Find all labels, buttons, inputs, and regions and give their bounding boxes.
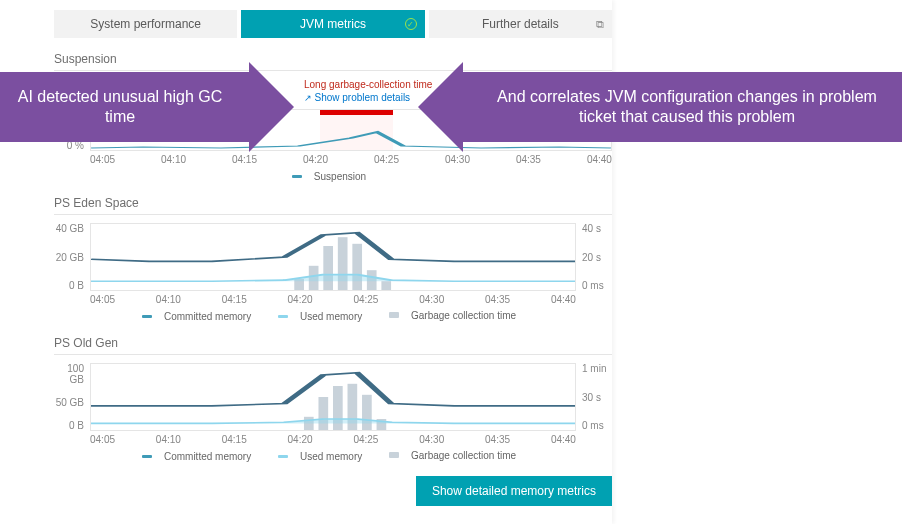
callout-text: AI detected unusual high GC time: [12, 87, 228, 127]
x-tick: 04:25: [353, 294, 378, 305]
tab-label: JVM metrics: [300, 17, 366, 31]
x-tick: 04:15: [222, 294, 247, 305]
y-tick: 20 GB: [54, 252, 84, 263]
x-tick: 04:10: [156, 294, 181, 305]
line-icon: [142, 455, 152, 458]
legend-label: Committed memory: [164, 311, 251, 322]
section-title-eden: PS Eden Space: [54, 196, 612, 210]
x-axis: 04:05 04:10 04:15 04:20 04:25 04:30 04:3…: [90, 154, 612, 165]
legend-label: Used memory: [300, 311, 362, 322]
legend-label: Garbage collection time: [411, 310, 516, 321]
x-tick: 04:05: [90, 434, 115, 445]
x-tick: 04:20: [303, 154, 328, 165]
x-axis: 04:05 04:10 04:15 04:20 04:25 04:30 04:3…: [90, 434, 576, 445]
divider: [54, 354, 612, 355]
x-tick: 04:40: [551, 434, 576, 445]
section-title-oldgen: PS Old Gen: [54, 336, 612, 350]
y-tick: 0 ms: [582, 280, 612, 291]
y-tick: 20 s: [582, 252, 612, 263]
y-tick: 0 ms: [582, 420, 612, 431]
tab-jvm-metrics[interactable]: JVM metrics ✓: [241, 10, 424, 38]
tab-bar: System performance JVM metrics ✓ Further…: [54, 10, 612, 38]
x-tick: 04:20: [288, 294, 313, 305]
y-axis-right: 1 min 30 s 0 ms: [578, 363, 612, 431]
x-tick: 04:40: [587, 154, 612, 165]
x-axis: 04:05 04:10 04:15 04:20 04:25 04:30 04:3…: [90, 294, 576, 305]
x-tick: 04:10: [156, 434, 181, 445]
gc-warning-title: Long garbage-collection time: [304, 79, 432, 90]
plot-area: [90, 223, 576, 291]
y-axis-right: 40 s 20 s 0 ms: [578, 223, 612, 291]
tab-label: System performance: [90, 17, 201, 31]
legend-suspension: Suspension: [54, 169, 612, 182]
divider: [54, 70, 612, 71]
chart-eden: 40 GB 20 GB 0 B 40 s 20 s 0 ms: [54, 223, 612, 305]
x-tick: 04:35: [516, 154, 541, 165]
x-tick: 04:35: [485, 434, 510, 445]
show-problem-details-link[interactable]: Show problem details: [304, 92, 432, 103]
memory-lines: [91, 224, 575, 290]
tab-label: Further details: [482, 17, 559, 31]
divider: [54, 214, 612, 215]
y-tick: 1 min: [582, 363, 612, 374]
y-tick: 0 B: [54, 280, 84, 291]
x-tick: 04:25: [374, 154, 399, 165]
legend-label: Committed memory: [164, 451, 251, 462]
y-tick: 100 GB: [54, 363, 84, 385]
bar-icon: [389, 312, 399, 318]
chart-oldgen: 100 GB 50 GB 0 B 1 min 30 s 0 ms 0: [54, 363, 612, 445]
callout-text: And correlates JVM configuration changes…: [484, 87, 890, 127]
y-axis-left: 40 GB 20 GB 0 B: [54, 223, 88, 291]
callout-left: AI detected unusual high GC time: [0, 72, 250, 142]
plot-area: [90, 363, 576, 431]
x-tick: 04:25: [353, 434, 378, 445]
section-title-suspension: Suspension: [54, 52, 612, 66]
check-icon: ✓: [405, 18, 417, 30]
button-row: Show detailed memory metrics: [54, 476, 612, 506]
y-tick: 0 B: [54, 420, 84, 431]
bar-icon: [389, 452, 399, 458]
y-tick: 40 s: [582, 223, 612, 234]
x-tick: 04:10: [161, 154, 186, 165]
legend-eden: Committed memory Used memory Garbage col…: [54, 309, 612, 322]
button-label: Show detailed memory metrics: [432, 484, 596, 498]
external-link-icon: ⧉: [596, 18, 604, 31]
tab-further-details[interactable]: Further details ⧉: [429, 10, 612, 38]
legend-label: Suspension: [314, 171, 366, 182]
legend-label: Garbage collection time: [411, 450, 516, 461]
show-detailed-memory-metrics-button[interactable]: Show detailed memory metrics: [416, 476, 612, 506]
tab-system-performance[interactable]: System performance: [54, 10, 237, 38]
x-tick: 04:35: [485, 294, 510, 305]
x-tick: 04:15: [232, 154, 257, 165]
y-tick: 50 GB: [54, 397, 84, 408]
line-icon: [278, 455, 288, 458]
y-tick: 40 GB: [54, 223, 84, 234]
legend-label: Used memory: [300, 451, 362, 462]
x-tick: 04:30: [419, 434, 444, 445]
x-tick: 04:15: [222, 434, 247, 445]
x-tick: 04:20: [288, 434, 313, 445]
x-tick: 04:30: [419, 294, 444, 305]
line-icon: [292, 175, 302, 178]
legend-oldgen: Committed memory Used memory Garbage col…: [54, 449, 612, 462]
x-tick: 04:05: [90, 154, 115, 165]
memory-lines: [91, 364, 575, 430]
x-tick: 04:40: [551, 294, 576, 305]
y-tick: 30 s: [582, 392, 612, 403]
line-icon: [278, 315, 288, 318]
x-tick: 04:05: [90, 294, 115, 305]
line-icon: [142, 315, 152, 318]
x-tick: 04:30: [445, 154, 470, 165]
gc-warning: Long garbage-collection time Show proble…: [304, 79, 432, 103]
callout-right: And correlates JVM configuration changes…: [462, 72, 902, 142]
y-axis-left: 100 GB 50 GB 0 B: [54, 363, 88, 431]
